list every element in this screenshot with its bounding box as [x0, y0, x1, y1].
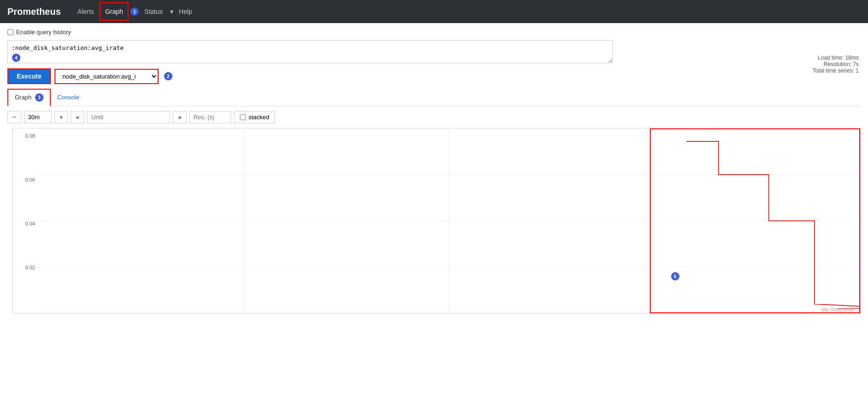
query-history-label: Enable query history [16, 29, 71, 36]
chart-url-text: http://blog.oodm... [821, 307, 858, 312]
y-label-2: 0.04 [25, 221, 35, 226]
prev-button[interactable]: « [71, 111, 84, 123]
y-label-3: 0.02 [25, 265, 35, 270]
tab-graph-label: Graph [15, 94, 31, 101]
stacked-label: stacked [249, 114, 269, 121]
brand-logo: Prometheus [7, 6, 61, 17]
chart-inner: 0.08 0.06 0.04 0.02 [12, 128, 860, 313]
y-axis: 0.08 0.06 0.04 0.02 [12, 128, 38, 313]
duration-input[interactable] [24, 111, 52, 123]
tab-graph[interactable]: Graph 3 [7, 89, 51, 106]
controls-row: − + « » stacked [7, 111, 861, 123]
query-step-badge: 4 [12, 54, 20, 62]
chevron-down-icon: ▾ [170, 8, 173, 15]
until-input[interactable] [87, 111, 170, 123]
nav-status-link[interactable]: Status [139, 1, 168, 22]
chart-area: 5 http://blog.oodm... [38, 128, 860, 313]
res-input[interactable] [189, 111, 231, 123]
next-button[interactable]: » [173, 111, 186, 123]
y-label-1: 0.06 [25, 177, 35, 183]
y-label-0: 0.08 [25, 133, 35, 139]
total-series-text: Total time series: 1 [813, 67, 859, 74]
stacked-checkbox[interactable] [240, 114, 246, 120]
nav-graph[interactable]: Graph [99, 2, 128, 21]
chart-step-badge: 5 [671, 272, 679, 280]
tabs-row: Graph 3 Console [7, 89, 861, 106]
zoom-in-button[interactable]: + [55, 111, 68, 123]
graph-badge: 1 [130, 7, 139, 16]
chart-svg [38, 128, 860, 313]
time-select-wrapper: :node_disk_saturation:avg_i :node_disk_s… [55, 69, 159, 84]
query-history-row: Enable query history [7, 29, 861, 36]
nav-alerts[interactable]: Alerts [72, 1, 100, 22]
execute-row: Execute :node_disk_saturation:avg_i :nod… [7, 68, 861, 84]
tab-graph-badge: 3 [35, 93, 43, 102]
time-range-select[interactable]: :node_disk_saturation:avg_i :node_disk_s… [55, 70, 158, 83]
stacked-button[interactable]: stacked [234, 111, 275, 123]
query-box-wrapper: :node_disk_saturation:avg_irate 4 [7, 40, 861, 65]
execute-badge: 2 [164, 72, 172, 80]
execute-button[interactable]: Execute [7, 68, 51, 84]
chart-badge-5: 5 [669, 272, 679, 280]
query-history-checkbox[interactable] [7, 29, 13, 35]
tab-console[interactable]: Console [51, 90, 86, 104]
query-textarea[interactable]: :node_disk_saturation:avg_irate [7, 40, 613, 63]
chart-container: 0.08 0.06 0.04 0.02 [12, 128, 861, 314]
nav-status[interactable]: Status ▾ [139, 1, 173, 22]
nav-help[interactable]: Help [173, 1, 198, 22]
zoom-out-button[interactable]: − [7, 111, 21, 123]
